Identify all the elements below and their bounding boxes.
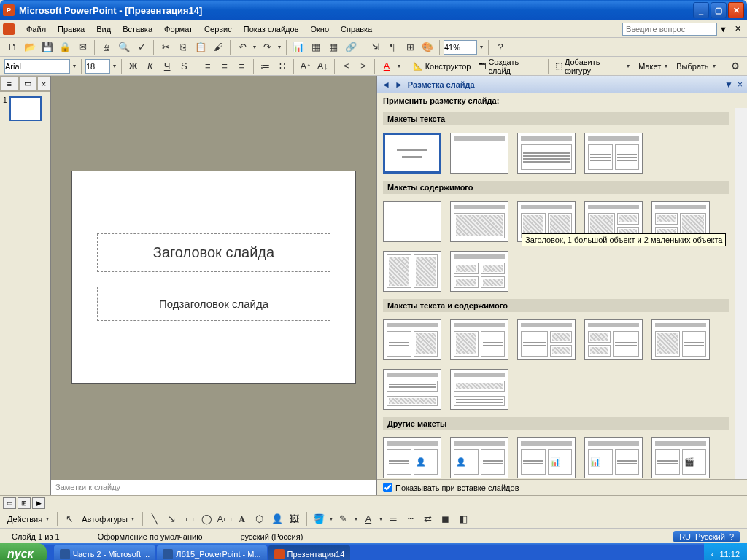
textbox-tool-icon[interactable]: A▭ (217, 511, 233, 527)
taskpane-close-button[interactable]: × (738, 79, 743, 90)
layout-tc-7[interactable] (450, 369, 508, 410)
layout-other-5[interactable]: 🎬 (651, 438, 710, 478)
arrow-tool-icon[interactable]: ↘ (164, 511, 180, 527)
layout-other-4[interactable]: 📊 (584, 438, 643, 478)
layout-blank[interactable] (383, 201, 441, 242)
taskpane-back-icon[interactable]: ◄ (382, 79, 390, 90)
color-icon[interactable]: 🎨 (419, 39, 436, 55)
document-close-button[interactable]: ✕ (732, 24, 744, 34)
select-tool-icon[interactable]: ↖ (61, 511, 77, 527)
increase-font-icon[interactable]: A↑ (298, 58, 313, 74)
menu-view[interactable]: Вид (90, 23, 117, 36)
dash-style-icon[interactable]: ┄ (403, 511, 419, 527)
italic-button[interactable]: К (142, 58, 158, 74)
email-icon[interactable]: ✉ (74, 39, 90, 55)
normal-view-button[interactable]: ▭ (3, 497, 16, 509)
menu-window[interactable]: Окно (305, 23, 336, 36)
tables-borders-icon[interactable]: ▦ (325, 39, 341, 55)
bold-button[interactable]: Ж (125, 58, 141, 74)
language-badge[interactable]: RU Русский ? (673, 531, 740, 542)
new-slide-button[interactable]: 🗔Создать слайд (475, 58, 544, 74)
taskpane-menu-dropdown[interactable]: ▼ (724, 79, 733, 90)
autoshapes-menu[interactable]: Автофигуры▾ (79, 511, 139, 527)
line-color-dropdown[interactable]: ▾ (353, 516, 359, 522)
title-placeholder[interactable]: Заголовок слайда (97, 233, 330, 272)
font-color-dropdown[interactable]: ▾ (396, 63, 402, 69)
layout-title-2col-text[interactable] (584, 133, 643, 174)
layout-tc-1[interactable] (383, 319, 441, 360)
bullets-icon[interactable]: ∷ (274, 58, 290, 74)
taskpane-scrollbar[interactable] (735, 108, 747, 479)
menu-format[interactable]: Формат (158, 23, 198, 36)
sorter-view-button[interactable]: ⊞ (18, 497, 31, 509)
layout-button[interactable]: Макет▾ (635, 58, 672, 74)
undo-dropdown[interactable]: ▾ (252, 44, 258, 50)
font-name-combo[interactable] (4, 59, 70, 74)
redo-icon[interactable]: ↷ (259, 39, 275, 55)
layout-title-slide[interactable] (383, 133, 441, 174)
maximize-button[interactable]: ▢ (711, 2, 727, 18)
redo-dropdown[interactable]: ▾ (276, 44, 282, 50)
taskbar-item-powerpoint[interactable]: Презентация14 (268, 545, 351, 560)
font-size-dropdown[interactable]: ▾ (112, 63, 117, 69)
font-name-dropdown[interactable]: ▾ (71, 63, 77, 69)
hyperlink-icon[interactable]: 🔗 (343, 39, 359, 55)
format-painter-icon[interactable]: 🖌 (210, 39, 226, 55)
shadow-style-icon[interactable]: ◼ (438, 511, 454, 527)
slide-thumbnail[interactable] (9, 96, 42, 121)
close-button[interactable]: ✕ (728, 2, 744, 18)
taskbar-item-word2[interactable]: Лб15_PowerPoint - M... (157, 545, 266, 560)
menu-help[interactable]: Справка (335, 23, 378, 36)
line-color-icon[interactable]: ✎ (336, 511, 352, 527)
grid-icon[interactable]: ⊞ (402, 39, 418, 55)
copy-icon[interactable]: ⎘ (175, 39, 191, 55)
menu-file[interactable]: Файл (20, 23, 52, 36)
menu-slideshow[interactable]: Показ слайдов (238, 23, 305, 36)
save-icon[interactable]: 💾 (39, 39, 55, 55)
increase-indent-icon[interactable]: ≥ (355, 58, 371, 74)
design-button[interactable]: 📐Конструктор (410, 58, 474, 74)
oval-tool-icon[interactable]: ◯ (199, 511, 215, 527)
zoom-combo[interactable] (444, 40, 477, 55)
help-icon[interactable]: ? (492, 39, 508, 55)
table-icon[interactable]: ▦ (308, 39, 324, 55)
close-panel-button[interactable]: × (37, 76, 50, 91)
menu-edit[interactable]: Правка (52, 23, 90, 36)
layout-title-only[interactable] (450, 133, 508, 174)
chart-icon[interactable]: 📊 (290, 39, 306, 55)
zoom-dropdown[interactable]: ▾ (479, 44, 484, 50)
fill-color-icon[interactable]: 🪣 (311, 511, 327, 527)
slideshow-view-button[interactable]: ▶ (32, 497, 45, 509)
taskbar-item-word1[interactable]: Часть 2 - Microsoft ... (54, 545, 156, 560)
layout-content-2x2-b[interactable] (450, 251, 508, 292)
open-file-icon[interactable]: 📂 (22, 39, 38, 55)
font-color-icon[interactable]: A (379, 58, 394, 74)
layout-tc-2[interactable] (450, 319, 508, 360)
menu-tools[interactable]: Сервис (198, 23, 238, 36)
decrease-indent-icon[interactable]: ≤ (338, 58, 354, 74)
diagram-icon[interactable]: ⬡ (252, 511, 268, 527)
line-style-icon[interactable]: ═ (385, 511, 401, 527)
overflow-icon[interactable]: ⚙ (728, 58, 743, 74)
numbering-icon[interactable]: ≔ (258, 58, 273, 74)
layout-tc-5[interactable] (651, 319, 710, 360)
print-icon[interactable]: 🖨 (98, 39, 115, 55)
paste-icon[interactable]: 📋 (193, 39, 209, 55)
layout-tc-3[interactable] (517, 319, 576, 360)
help-dropdown-icon[interactable]: ▼ (719, 25, 727, 34)
font-color2-dropdown[interactable]: ▾ (378, 516, 384, 522)
menu-insert[interactable]: Вставка (117, 23, 158, 36)
subtitle-placeholder[interactable]: Подзаголовок слайда (97, 287, 330, 321)
start-button[interactable]: пуск (0, 543, 47, 560)
minimize-button[interactable]: _ (693, 2, 709, 18)
undo-icon[interactable]: ↶ (234, 39, 250, 55)
spellcheck-icon[interactable]: ✓ (133, 39, 150, 55)
decrease-font-icon[interactable]: A↓ (315, 58, 330, 74)
font-color2-icon[interactable]: A (360, 511, 376, 527)
slides-tab[interactable]: ▭ (19, 76, 38, 91)
notes-pane[interactable]: Заметки к слайду (51, 478, 376, 495)
3d-style-icon[interactable]: ◧ (455, 511, 471, 527)
slide-canvas[interactable]: Заголовок слайда Подзаголовок слайда (71, 171, 356, 384)
layout-other-2[interactable]: 👤 (450, 438, 508, 478)
wordart-icon[interactable]: 𝐀 (234, 511, 250, 527)
